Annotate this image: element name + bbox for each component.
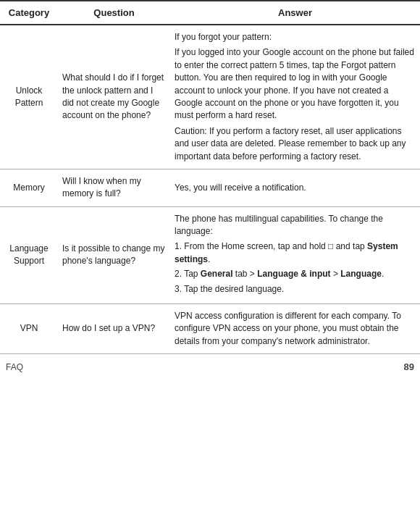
row-question-1: Will I know when my memory is full?: [58, 169, 170, 206]
row-category-3: VPN: [0, 304, 58, 354]
row-question-3: How do I set up a VPN?: [58, 304, 170, 354]
row-category-2: Language Support: [0, 206, 58, 303]
header-question: Question: [58, 1, 170, 25]
row-question-2: Is it possible to change my phone's lang…: [58, 206, 170, 303]
row-question-0: What should I do if I forget the unlock …: [58, 25, 170, 169]
row-answer-1: Yes, you will receive a notification.: [170, 169, 420, 206]
header-answer: Answer: [170, 1, 420, 25]
footer-label: FAQ: [6, 362, 23, 372]
row-category-1: Memory: [0, 169, 58, 206]
footer-page: 89: [404, 361, 414, 372]
row-answer-2: The phone has multilingual capabilities.…: [170, 206, 420, 303]
row-answer-0: If you forgot your pattern:If you logged…: [170, 25, 420, 169]
row-category-0: Unlock Pattern: [0, 25, 58, 169]
header-category: Category: [0, 1, 58, 25]
row-answer-3: VPN access configuration is different fo…: [170, 304, 420, 354]
